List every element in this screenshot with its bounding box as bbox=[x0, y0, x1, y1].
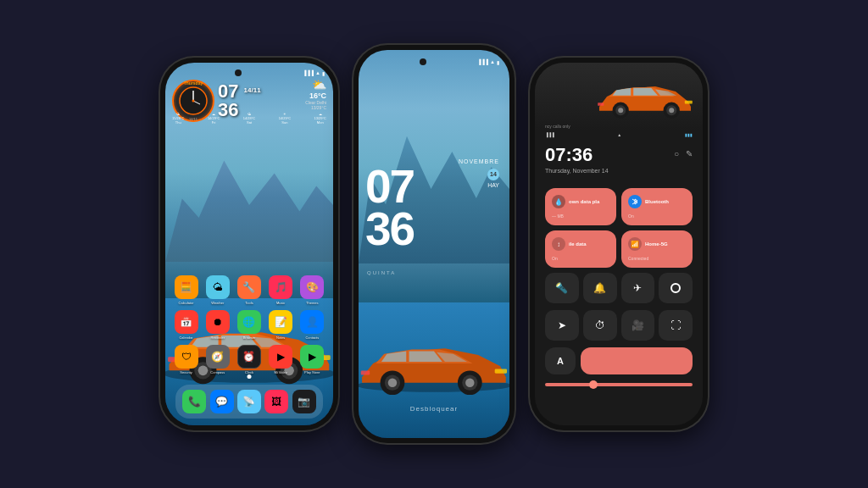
dock-camera-icon: 📷 bbox=[292, 390, 316, 413]
bell-icon: 🔔 bbox=[593, 282, 606, 294]
ctrl-tile-mobile-data[interactable]: 💧 own data pla — MB bbox=[545, 188, 616, 225]
bluetooth-icon bbox=[628, 195, 642, 208]
app-notes[interactable]: 📝 Notes bbox=[267, 310, 294, 340]
app-music[interactable]: 🎵 Music bbox=[267, 275, 294, 305]
phone-2-month: NOVEMBRE bbox=[459, 158, 499, 164]
app-weather[interactable]: 🌤 Weather bbox=[204, 275, 231, 305]
phone-2-meta: NOVEMBRE 14 HAY bbox=[459, 158, 499, 188]
svg-point-16 bbox=[388, 378, 397, 386]
phone-2-top-bar: ▐▐▐ ▲ ▮ bbox=[359, 58, 509, 65]
app-row-2: 📅 Calendar ⏺ Recorder 🌐 Browser 📝 Notes … bbox=[172, 310, 326, 340]
app-browser-icon: 🌐 bbox=[237, 310, 261, 334]
phone-3-car-svg bbox=[594, 71, 696, 122]
color-bar[interactable] bbox=[581, 347, 693, 374]
navigate-icon: ➤ bbox=[558, 319, 566, 331]
screen-btn[interactable]: ⛶ bbox=[659, 310, 693, 341]
phone-2-car bbox=[359, 333, 509, 399]
app-tools[interactable]: 🔧 Tools bbox=[236, 275, 263, 305]
p3-signal-icon: ▐▐▐ bbox=[545, 132, 554, 137]
app-security[interactable]: 🛡 Security bbox=[173, 345, 200, 374]
svg-rect-20 bbox=[495, 369, 507, 373]
phone-1-notch bbox=[235, 69, 242, 76]
app-browser[interactable]: 🌐 Browser bbox=[236, 310, 263, 340]
search-icon[interactable]: ○ bbox=[674, 149, 679, 158]
timer-icon: ⏱ bbox=[595, 319, 605, 331]
app-calendar[interactable]: 📅 Calendar bbox=[173, 310, 200, 340]
record-btn[interactable] bbox=[659, 273, 693, 303]
control-grid: 💧 own data pla — MB Bluetooth On bbox=[545, 188, 693, 268]
timer-btn[interactable]: ⏱ bbox=[583, 310, 617, 341]
forecast-day-5: ☁ 13/29°C Mon bbox=[314, 112, 327, 125]
app-tools-icon: 🔧 bbox=[237, 275, 261, 299]
airplane-btn[interactable]: ✈ bbox=[621, 273, 655, 303]
app-clock-icon: ⏰ bbox=[237, 345, 261, 369]
phone-2: ▐▐▐ ▲ ▮ 07 36 NOVEMBRE 14 HAY QUINTA Des… bbox=[353, 45, 515, 443]
bell-btn[interactable]: 🔔 bbox=[583, 273, 617, 303]
dock-photos[interactable]: 🖼 bbox=[263, 390, 290, 413]
svg-rect-29 bbox=[598, 103, 604, 106]
brightness-slider[interactable] bbox=[545, 383, 693, 386]
icon-btn-row-2: ➤ ⏱ 🎥 ⛶ bbox=[545, 310, 693, 341]
weather-temp: 16°C bbox=[305, 92, 326, 100]
app-themes-icon: 🎨 bbox=[300, 275, 324, 299]
phone-3-time: 07:36 bbox=[545, 144, 609, 166]
camera-icon: 🎥 bbox=[632, 319, 644, 331]
app-calendar-icon: 📅 bbox=[175, 310, 198, 334]
phone-2-unlock-label[interactable]: Desbloquear bbox=[410, 405, 458, 413]
app-contacts[interactable]: 👤 Contacts bbox=[298, 310, 326, 340]
airplane-icon: ✈ bbox=[633, 282, 642, 294]
mobile-data-label: own data pla bbox=[569, 199, 609, 204]
dock-messages[interactable]: 💬 bbox=[209, 390, 236, 413]
app-clock[interactable]: ⏰ Clock bbox=[236, 345, 263, 374]
app-themes[interactable]: 🎨 Themes bbox=[298, 275, 326, 305]
phone-3: ncy calls only ▐▐▐ ▲ ▮▮▮ 07:36 Thursday,… bbox=[530, 58, 708, 430]
mobile-data-2-label: ile data bbox=[569, 241, 609, 247]
app-security-icon: 🛡 bbox=[175, 345, 198, 369]
app-calculator[interactable]: 🧮 Calculator bbox=[173, 275, 200, 305]
ctrl-tile-home-5g[interactable]: 📶 Home-5G Connected bbox=[621, 230, 693, 268]
phone-3-calls-only: ncy calls only bbox=[545, 124, 570, 129]
app-recorder[interactable]: ⏺ Recorder bbox=[204, 310, 231, 340]
dock-camera[interactable]: 📷 bbox=[291, 390, 318, 413]
app-music-icon: 🎵 bbox=[269, 275, 292, 299]
app-playstore[interactable]: ▶ Play Store bbox=[298, 345, 326, 374]
app-calculator-icon: 🧮 bbox=[175, 275, 198, 299]
p2-signal-icon: ▐▐▐ bbox=[477, 59, 488, 64]
data-icon: ↕ bbox=[552, 237, 565, 251]
dock-phone[interactable]: 📞 bbox=[181, 390, 208, 413]
weather-widget: ⛅ 16°C Clear Delhi 13/29°C bbox=[305, 78, 326, 110]
ctrl-tile-bluetooth[interactable]: Bluetooth On bbox=[621, 188, 693, 225]
dock-photos-icon: 🖼 bbox=[264, 390, 288, 413]
app-contacts-icon: 👤 bbox=[300, 310, 324, 334]
dock-airdrop[interactable]: 📡 bbox=[236, 390, 263, 413]
record-icon bbox=[670, 283, 681, 293]
a-tile[interactable]: A bbox=[545, 347, 576, 374]
svg-point-24 bbox=[618, 108, 623, 113]
phone-3-bottom-tiles: A bbox=[545, 347, 693, 374]
app-mivideo-icon: ▶ bbox=[269, 345, 292, 369]
forecast-day-3: 🌤 14/28°C Sat bbox=[243, 112, 256, 125]
app-compass[interactable]: 🧭 Compass bbox=[204, 345, 231, 374]
p2-wifi-icon: ▲ bbox=[490, 59, 495, 64]
svg-rect-21 bbox=[361, 370, 370, 374]
phone-1: ▐▐▐ ▲ ▮ Thursday 14/11 bbox=[160, 58, 338, 430]
bluetooth-status: On bbox=[628, 214, 686, 219]
edit-icon[interactable]: ✎ bbox=[686, 149, 693, 158]
icon-btn-row-1: 🔦 🔔 ✈ bbox=[545, 273, 693, 303]
app-mivideo[interactable]: ▶ Mi Video bbox=[267, 345, 294, 374]
phone-3-date: Thursday, November 14 bbox=[545, 168, 609, 174]
phone-1-screen: ▐▐▐ ▲ ▮ Thursday 14/11 bbox=[165, 63, 333, 425]
torch-btn[interactable]: 🔦 bbox=[545, 273, 579, 303]
mobile-data-icon: 💧 bbox=[552, 195, 565, 208]
camera-btn[interactable]: 🎥 bbox=[621, 310, 655, 341]
dock-phone-icon: 📞 bbox=[182, 390, 206, 413]
app-recorder-icon: ⏺ bbox=[206, 310, 230, 334]
app-row-1: 🧮 Calculator 🌤 Weather 🔧 Tools 🎵 Music 🎨 bbox=[172, 275, 326, 305]
phone-2-status-icons: ▐▐▐ ▲ ▮ bbox=[477, 58, 499, 65]
p2-battery-icon: ▮ bbox=[497, 59, 499, 65]
bluetooth-label: Bluetooth bbox=[645, 199, 686, 204]
navigate-btn[interactable]: ➤ bbox=[545, 310, 579, 341]
ctrl-tile-mobile-data-2[interactable]: ↕ ile data On bbox=[545, 230, 616, 268]
mobile-data-value: — MB bbox=[552, 214, 609, 219]
phone-2-screen: ▐▐▐ ▲ ▮ 07 36 NOVEMBRE 14 HAY QUINTA Des… bbox=[359, 50, 509, 438]
